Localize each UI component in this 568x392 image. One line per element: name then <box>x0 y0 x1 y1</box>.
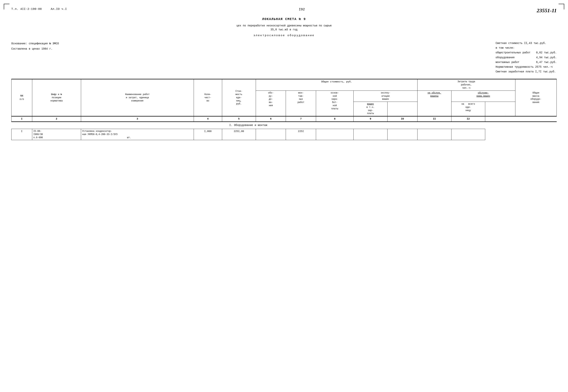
col-obo-header: обо-ру-до-ва-ния <box>256 90 286 116</box>
col-num-8: 8 <box>316 116 353 122</box>
col-eksp-header: эксплу-атациимашин <box>354 90 417 102</box>
col-kol-header: Коли-чест-во <box>194 79 222 116</box>
main-table: NNп/п Шифр и №позициинорматива Наименова… <box>11 79 557 140</box>
corner-tr <box>559 4 564 9</box>
header-left: Т.п. 4II-2-190-88 Ал.IO ч.I <box>11 8 67 11</box>
title-description: цех по переработке низкосортной древесин… <box>11 24 557 32</box>
main-table-container: NNп/п Шифр и №позициинорматива Наименова… <box>11 79 557 140</box>
row1-obo <box>256 129 286 140</box>
col-ne-obsl-header: не обслуж.машины <box>417 90 451 116</box>
table-row: I I5-08-I980/30п.6-090 Установка конденс… <box>12 129 557 140</box>
stamp-number: 23551-11 <box>537 8 557 14</box>
col-mon-header: мон-таж-ныхработ <box>286 90 316 116</box>
smetnaya-stoimost: Сметная стоимость II,43 тыс.руб. <box>496 41 557 46</box>
page-number: I92 <box>67 8 537 11</box>
normativ-row: Нормативная трудоемкость 2575 чел.-ч <box>496 65 557 70</box>
col-obsh-header: Общая стоимость, руб. <box>256 79 417 90</box>
info-section: Основание: спецификация № ЭМСО Составлен… <box>11 41 557 74</box>
montazh-row: монтажных работ 6,47 тыс.руб. <box>496 60 557 65</box>
section-header-row: I. Оборудование и монтаж <box>12 122 557 129</box>
col-nn-header: NNп/п <box>12 79 32 116</box>
row1-kol: I,000 <box>194 129 222 140</box>
row1-osn <box>316 129 353 140</box>
col-eksp-main-header: машинв т.ч.зар-платы <box>354 102 387 116</box>
row1-eksp <box>354 129 387 140</box>
col-eksp-zarp-header <box>387 102 417 116</box>
col-zatr-header: Затраты трударабочих,чел.-ч <box>417 79 515 90</box>
col-stoi-header: Стои-мостьеди-ниц,руб. <box>222 79 256 116</box>
ref-code: Т.п. 4II-2-190-88 <box>11 8 42 11</box>
col-num-9: 9 <box>354 116 387 122</box>
oborud-value: 4,94 тыс.руб. <box>536 55 557 60</box>
col-shifr-header: Шифр и №позициинорматива <box>32 79 81 116</box>
section-title: I. Оборудование и монтаж <box>12 122 485 129</box>
col-num-1: I <box>12 116 32 122</box>
col-obsl-header: обслужи-ваюш.машин <box>451 90 515 102</box>
title-desc-line1: цех по переработке низкосортной древесин… <box>11 24 557 28</box>
table-header-row1: NNп/п Шифр и №позициинорматива Наименова… <box>12 79 557 90</box>
v-tom-chisle: в том числе: <box>496 46 557 50</box>
title-section: ЛОКАЛЬНАЯ СМЕТА № 9 цех по переработке н… <box>11 17 557 37</box>
row1-nn: I <box>12 129 32 140</box>
title-main: ЛОКАЛЬНАЯ СМЕТА № 9 <box>11 17 557 21</box>
col-num-2: 2 <box>32 116 81 122</box>
col-massa-header: Общаямассаоборудо-вания <box>515 79 556 116</box>
row1-naim: Установка конденсатор-ная УКМ58-0,4-200-… <box>81 129 194 140</box>
header-section: Т.п. 4II-2-190-88 Ал.IO ч.I I92 23551-11 <box>11 8 557 14</box>
smet-zarplata-row: Сметная заработная плата I,7I тыс.руб. <box>496 70 557 74</box>
row1-stoi: 225I,00 <box>222 129 256 140</box>
col-na-ed-header: на всегоеди-ницу <box>451 102 485 116</box>
col-vsego-header <box>485 102 515 116</box>
info-left: Основание: спецификация № ЭМСО Составлен… <box>11 41 59 52</box>
col-num-6: 6 <box>256 116 286 122</box>
corner-tl <box>4 4 9 9</box>
column-numbers-row: I 2 3 4 5 6 7 8 9 IO II I2 <box>12 116 557 122</box>
col-naim-header: Наименование работи затрат, единицаизмер… <box>81 79 194 116</box>
title-desc-line2: 35,0 тыс.м3 в год <box>11 28 557 32</box>
obshestroit-label: общестроительных работ <box>496 50 530 55</box>
obshestroit-row: общестроительных работ 0,02 тыс.руб. <box>496 50 557 55</box>
col-num-12: I2 <box>451 116 485 122</box>
col-num-11: II <box>417 116 451 122</box>
montazh-label: монтажных работ <box>496 60 519 65</box>
col-num-5: 5 <box>222 116 256 122</box>
title-subtitle: электросиловое оборудование <box>11 34 557 37</box>
oborud-label: оборудования <box>496 55 515 60</box>
row1-zarp <box>387 129 417 140</box>
obshestroit-value: 0,02 тыс.руб. <box>536 50 557 55</box>
col-num-3: 3 <box>81 116 194 122</box>
montazh-value: 6,47 тыс.руб. <box>536 60 557 65</box>
info-osnova: Основание: спецификация № ЭМСО <box>11 41 59 46</box>
row1-shifr: I5-08-I980/30п.6-090 <box>32 129 81 140</box>
info-sostavlena: Составлена в ценах 1984 г. <box>11 46 59 52</box>
row1-na-ed <box>417 129 451 140</box>
col-num-4: 4 <box>194 116 222 122</box>
row1-mon: 225I <box>286 129 316 140</box>
col-num-10: IO <box>387 116 417 122</box>
oborud-row: оборудования 4,94 тыс.руб. <box>496 55 557 60</box>
sheet-ref: Ал.IO ч.I <box>51 8 67 11</box>
col-osn-header: основ-нойзара-бот-нойплаты <box>316 90 353 116</box>
col-num-7: 7 <box>286 116 316 122</box>
row1-vsego <box>451 129 485 140</box>
info-right: Сметная стоимость II,43 тыс.руб. в том ч… <box>496 41 557 74</box>
